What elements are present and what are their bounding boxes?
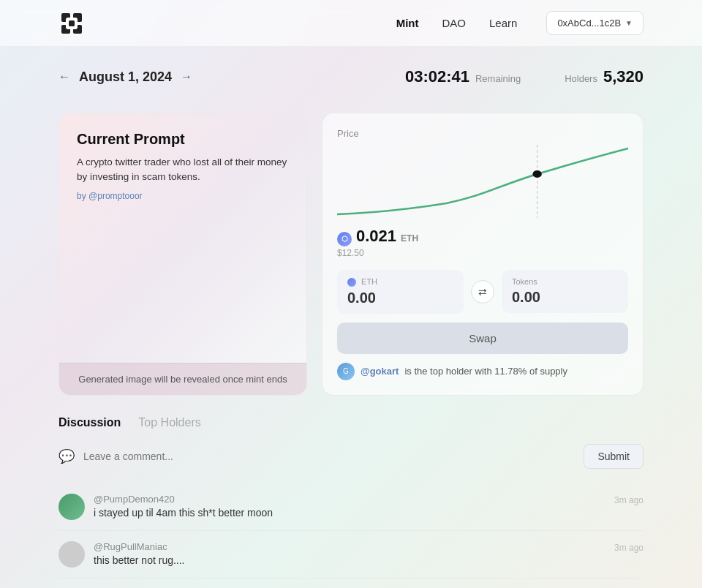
price-unit: ETH bbox=[401, 233, 418, 244]
chevron-down-icon: ▼ bbox=[625, 19, 633, 27]
current-date: August 1, 2024 bbox=[79, 69, 172, 85]
timer-value: 03:02:41 bbox=[405, 67, 469, 86]
price-value: 0.021 bbox=[356, 227, 396, 246]
tokens-input[interactable] bbox=[512, 289, 618, 306]
eth-input-label: ETH bbox=[347, 277, 453, 287]
comment-icon: 💬 bbox=[58, 448, 75, 464]
comment-time: 3m ago bbox=[614, 494, 644, 505]
swap-arrows-icon: ⇄ bbox=[478, 286, 487, 298]
avatar bbox=[58, 541, 85, 568]
price-label: Price bbox=[337, 128, 628, 139]
tab-top-holders[interactable]: Top Holders bbox=[138, 416, 200, 432]
comment-username: @PumpDemon420 bbox=[94, 494, 605, 505]
timer-label: Remaining bbox=[475, 73, 521, 84]
prev-date-button[interactable]: ← bbox=[58, 70, 70, 83]
eth-input-box[interactable]: ETH bbox=[337, 270, 464, 314]
navigation: Mint DAO Learn 0xAbCd...1c2B ▼ bbox=[0, 0, 702, 47]
price-card: Price ⬡ 0.021 ETH $12.50 bbox=[322, 113, 644, 396]
main-content: ← August 1, 2024 → 03:02:41 Remaining Ho… bbox=[0, 47, 702, 588]
price-display: ⬡ 0.021 ETH bbox=[337, 227, 628, 246]
comment-text: i stayed up til 4am this sh*t better moo… bbox=[94, 507, 605, 519]
eth-dot-icon bbox=[347, 278, 356, 287]
table-row: @MoonLamboLunatic need another matte bla… bbox=[58, 578, 644, 588]
comment-username: @RugPullManiac bbox=[94, 541, 605, 552]
swap-button[interactable]: Swap bbox=[337, 323, 628, 354]
comment-body: @RugPullManiac this better not rug.... bbox=[94, 541, 605, 566]
comment-input-row: 💬 Submit bbox=[58, 444, 644, 469]
prompt-content: Current Prompt A crypto twitter trader w… bbox=[77, 131, 289, 201]
nav-links: Mint DAO Learn bbox=[396, 17, 518, 29]
comment-time: 3m ago bbox=[614, 541, 644, 553]
nav-learn[interactable]: Learn bbox=[489, 17, 517, 29]
top-holder-avatar: G bbox=[337, 363, 355, 380]
eth-input[interactable] bbox=[347, 290, 453, 306]
nav-dao[interactable]: DAO bbox=[442, 17, 466, 29]
submit-button[interactable]: Submit bbox=[584, 444, 644, 469]
top-holder-row: G @gokart is the top holder with 11.78% … bbox=[337, 363, 628, 380]
logo[interactable] bbox=[58, 10, 85, 37]
discussion-tabs: Discussion Top Holders bbox=[58, 416, 644, 432]
swap-direction-button[interactable]: ⇄ bbox=[471, 280, 494, 304]
prompt-description: A crypto twitter trader who lost all of … bbox=[77, 155, 289, 185]
comment-list: @PumpDemon420 i stayed up til 4am this s… bbox=[58, 483, 644, 588]
tokens-input-box[interactable]: Tokens bbox=[502, 270, 628, 313]
price-usd: $12.50 bbox=[337, 248, 628, 258]
wallet-address: 0xAbCd...1c2B bbox=[557, 18, 621, 29]
comment-text: this better not rug.... bbox=[94, 554, 605, 566]
stats-row: 03:02:41 Remaining Holders 5,320 bbox=[405, 67, 644, 86]
discussion-section: Discussion Top Holders 💬 Submit @PumpDem… bbox=[58, 416, 644, 588]
comment-body: @PumpDemon420 i stayed up til 4am this s… bbox=[94, 494, 605, 519]
svg-rect-5 bbox=[69, 20, 75, 26]
holders-label: Holders bbox=[565, 73, 597, 84]
table-row: @PumpDemon420 i stayed up til 4am this s… bbox=[58, 483, 644, 531]
timer-block: 03:02:41 Remaining bbox=[405, 67, 521, 86]
author-link[interactable]: @promptooor bbox=[88, 191, 143, 201]
reveal-text: Generated image will be revealed once mi… bbox=[78, 374, 287, 385]
tokens-input-label: Tokens bbox=[512, 277, 618, 286]
holders-value: 5,320 bbox=[603, 67, 644, 86]
next-date-button[interactable]: → bbox=[181, 70, 192, 83]
author-prefix: by bbox=[77, 191, 86, 201]
content-grid: Current Prompt A crypto twitter trader w… bbox=[58, 113, 644, 396]
price-chart bbox=[337, 145, 628, 218]
top-holder-username[interactable]: @gokart bbox=[361, 366, 399, 377]
eth-icon: ⬡ bbox=[337, 232, 352, 246]
nav-mint[interactable]: Mint bbox=[396, 17, 419, 29]
holders-block: Holders 5,320 bbox=[565, 67, 644, 86]
table-row: @RugPullManiac this better not rug.... 3… bbox=[58, 531, 644, 578]
top-holder-text: is the top holder with 11.78% of supply bbox=[404, 366, 567, 377]
avatar bbox=[58, 494, 85, 520]
prompt-author: by @promptooor bbox=[77, 191, 289, 201]
prompt-title: Current Prompt bbox=[77, 131, 289, 148]
reveal-banner: Generated image will be revealed once mi… bbox=[59, 363, 306, 395]
date-navigation: ← August 1, 2024 → bbox=[58, 69, 192, 85]
svg-point-7 bbox=[532, 170, 541, 178]
tab-discussion[interactable]: Discussion bbox=[58, 416, 121, 432]
wallet-button[interactable]: 0xAbCd...1c2B ▼ bbox=[546, 11, 644, 35]
prompt-card: Current Prompt A crypto twitter trader w… bbox=[58, 113, 307, 396]
comment-input[interactable] bbox=[83, 451, 575, 462]
swap-row: ETH ⇄ Tokens bbox=[337, 270, 628, 314]
